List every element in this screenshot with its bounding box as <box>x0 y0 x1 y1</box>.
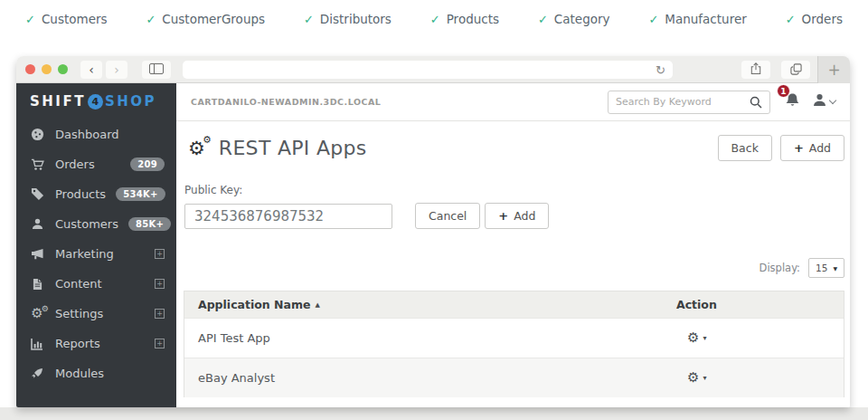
tabs-icon <box>790 62 802 79</box>
sort-ascending-icon: ▲ <box>315 301 319 309</box>
browser-forward-button[interactable]: › <box>106 61 127 79</box>
new-tab-button[interactable]: + <box>817 56 850 83</box>
plus-glyph: + <box>156 251 163 258</box>
page-title: REST API Apps <box>219 137 367 159</box>
add-button[interactable]: + Add <box>780 135 844 161</box>
confirm-add-button[interactable]: + Add <box>485 203 549 229</box>
gears-icon: ⚙⚙ <box>29 307 45 320</box>
minimize-window-button[interactable] <box>42 64 52 74</box>
title-row: ⚙ ⚙ REST API Apps Back + Add <box>184 135 844 161</box>
gear-glyph-small: ⚙ <box>203 134 212 146</box>
gear-icon: ⚙ <box>687 371 699 385</box>
sidebar-pane-icon <box>149 61 164 78</box>
table-header: Application Name ▲ Action <box>184 291 844 318</box>
sidebar-toggle-button[interactable] <box>142 61 171 79</box>
expand-icon[interactable]: + <box>155 249 165 259</box>
caret-down-icon: ▼ <box>833 265 837 272</box>
integration-bar: ✓ Customers ✓ CustomerGroups ✓ Distribut… <box>0 0 868 38</box>
cancel-button[interactable]: Cancel <box>415 203 480 229</box>
check-icon: ✓ <box>304 13 314 26</box>
dropdown-arrow-icon: ▾ <box>703 334 706 342</box>
bar-chart-icon <box>29 338 45 350</box>
sidebar: SHIFT 4 SHOP Dashboard Orders 209 <box>16 83 176 407</box>
browser-chrome: ‹ › ↻ + <box>16 56 850 83</box>
search-input[interactable] <box>616 96 744 108</box>
row-action-menu-button[interactable]: ⚙ ▾ <box>676 371 706 385</box>
show-tabs-button[interactable] <box>781 61 810 79</box>
window-controls <box>25 64 68 74</box>
sidebar-item-label: Reports <box>55 337 145 350</box>
check-icon: ✓ <box>648 13 658 26</box>
user-icon <box>813 93 826 110</box>
gear-icon: ⚙ <box>687 331 699 345</box>
sidebar-item-orders[interactable]: Orders 209 <box>16 149 176 179</box>
expand-icon[interactable]: + <box>155 339 165 348</box>
address-bar[interactable]: ↻ <box>183 61 673 79</box>
table-row: eBay Analyst ⚙ ▾ <box>184 358 844 397</box>
integration-label: Distributors <box>320 12 392 26</box>
sidebar-item-dashboard[interactable]: Dashboard <box>16 119 176 149</box>
integration-label: CustomerGroups <box>162 12 265 26</box>
notifications-button[interactable]: 1 <box>785 92 800 111</box>
sidebar-item-label: Modules <box>55 367 165 380</box>
sidebar-item-marketing[interactable]: Marketing + <box>16 239 176 269</box>
logo-text-shift: SHIFT <box>30 93 86 110</box>
sidebar-item-label: Settings <box>55 307 145 320</box>
public-key-input[interactable] <box>184 204 392 229</box>
bell-icon <box>785 94 800 111</box>
search-icon[interactable] <box>750 96 762 109</box>
table-row: API Test App ⚙ ▾ <box>184 318 844 358</box>
display-label: Display: <box>760 262 800 274</box>
column-action: Action <box>676 298 844 311</box>
integration-label: Products <box>447 12 499 26</box>
customers-count-badge: 85K+ <box>128 217 171 231</box>
add-button-label: Add <box>809 141 831 155</box>
notification-count-badge: 1 <box>777 84 790 98</box>
integration-label: Manufacturer <box>665 12 746 26</box>
user-menu-button[interactable] <box>813 93 835 110</box>
column-application-name[interactable]: Application Name ▲ <box>184 298 676 311</box>
rocket-icon <box>29 368 45 380</box>
check-icon: ✓ <box>146 13 156 26</box>
integration-item-manufacturer: ✓ Manufacturer <box>648 12 746 26</box>
shift4shop-logo[interactable]: SHIFT 4 SHOP <box>16 83 176 119</box>
store-domain: CARTDANILO-NEWADMIN.3DC.LOCAL <box>191 97 381 107</box>
display-count-select[interactable]: 15 ▼ <box>808 258 844 278</box>
expand-icon[interactable]: + <box>155 279 165 289</box>
chrome-right-buttons <box>741 61 810 79</box>
integration-item-distributors: ✓ Distributors <box>304 12 392 26</box>
main-area: CARTDANILO-NEWADMIN.3DC.LOCAL 1 <box>176 83 850 407</box>
plus-glyph: + <box>156 281 163 288</box>
browser-back-button[interactable]: ‹ <box>80 61 102 79</box>
check-icon: ✓ <box>786 13 796 26</box>
browser-window: ‹ › ↻ + SHI <box>16 56 850 407</box>
sidebar-item-modules[interactable]: Modules <box>16 358 176 388</box>
sidebar-item-label: Content <box>55 277 145 291</box>
sidebar-item-customers[interactable]: Customers 85K+ <box>16 209 176 239</box>
row-action-menu-button[interactable]: ⚙ ▾ <box>676 331 706 345</box>
public-key-label: Public Key: <box>184 184 844 196</box>
admin-header: CARTDANILO-NEWADMIN.3DC.LOCAL 1 <box>176 83 850 121</box>
tags-icon <box>29 187 45 201</box>
close-window-button[interactable] <box>25 64 35 74</box>
public-key-section: Public Key: Cancel + Add <box>184 184 844 229</box>
megaphone-icon <box>29 248 45 260</box>
integration-label: Orders <box>802 12 843 26</box>
cart-icon <box>29 158 45 171</box>
sidebar-item-content[interactable]: Content + <box>16 269 176 299</box>
orders-count-badge: 209 <box>130 158 165 171</box>
sidebar-item-reports[interactable]: Reports + <box>16 329 176 358</box>
sidebar-item-products[interactable]: Products 534K+ <box>16 179 176 209</box>
reload-icon[interactable]: ↻ <box>656 64 665 76</box>
page-background-strip <box>0 407 868 420</box>
zoom-window-button[interactable] <box>58 64 68 74</box>
sidebar-item-settings[interactable]: ⚙⚙ Settings + <box>16 299 176 329</box>
rest-api-gears-icon: ⚙ ⚙ <box>188 138 205 159</box>
back-button[interactable]: Back <box>718 135 772 161</box>
share-button[interactable] <box>741 61 770 79</box>
check-icon: ✓ <box>25 13 35 26</box>
keyword-search[interactable] <box>608 91 770 114</box>
display-count-value: 15 <box>816 262 827 273</box>
expand-icon[interactable]: + <box>155 309 165 319</box>
logo-4-badge: 4 <box>88 94 103 110</box>
